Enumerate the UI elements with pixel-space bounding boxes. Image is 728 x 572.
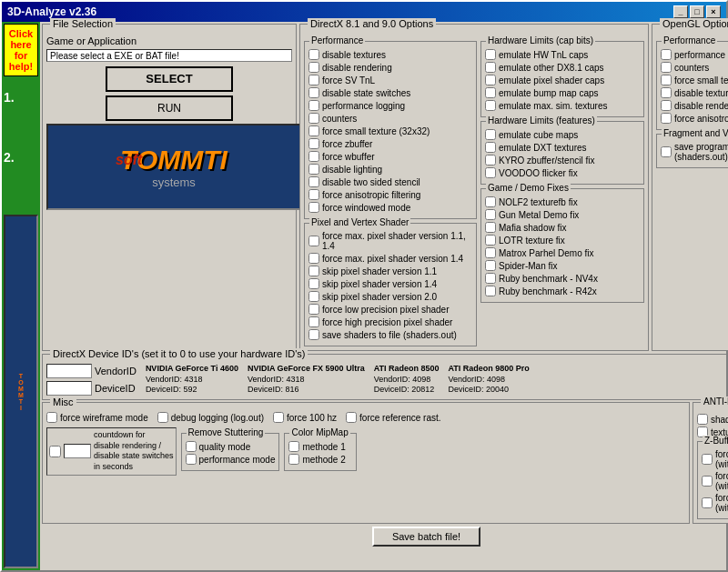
close-button[interactable]: × — [706, 5, 721, 18]
chk-ogl-counters-input[interactable] — [661, 62, 672, 73]
chk-aniso-input[interactable] — [308, 189, 319, 200]
vendor-id-input[interactable] — [46, 364, 92, 378]
chk-wireframe-input[interactable] — [46, 412, 57, 423]
chk-ogl-aniso-input[interactable] — [661, 113, 672, 124]
chk-disable-textures-input[interactable] — [308, 49, 319, 60]
chk-windowed-input[interactable] — [308, 202, 319, 213]
device-0-name: NVIDIA GeForce Ti 4600 — [146, 364, 238, 375]
chk-performance-input[interactable] — [186, 454, 197, 465]
run-button[interactable]: RUN — [106, 95, 233, 121]
zbuffer-options: force 24 bit zbuffer (without stencil) f… — [702, 446, 728, 513]
misc-bottom-row: countdown fordisable rendering /disable … — [46, 427, 685, 476]
chk-max-ps11-input[interactable] — [308, 236, 319, 246]
chk-voodoo-input[interactable] — [485, 167, 496, 178]
chk-methode1-input[interactable] — [288, 441, 299, 452]
chk-bump-caps-input[interactable] — [485, 87, 496, 98]
chk-ogl-dis-tex: disable textures — [661, 87, 728, 98]
countdown-checkbox[interactable] — [49, 446, 61, 457]
chk-lotr-input[interactable] — [485, 235, 496, 246]
file-selection-content: Game or Application Please select a EXE … — [46, 28, 292, 121]
chk-spiderman-input[interactable] — [485, 260, 496, 271]
directx-device-row: DirectX Device ID's (set it to 0 to use … — [42, 354, 728, 400]
countdown-input[interactable] — [64, 444, 91, 458]
chk-force-ref-input[interactable] — [346, 412, 357, 423]
chk-z24-no-stencil-input[interactable] — [702, 454, 713, 465]
directx-left-col: Performance disable textures disable ren… — [304, 35, 477, 346]
directx-title: DirectX 8.1 and 9.0 Options — [308, 18, 436, 29]
chk-counters: counters — [308, 113, 472, 124]
chk-disable-state-input[interactable] — [308, 87, 319, 98]
chk-skip-ps14-input[interactable] — [308, 278, 319, 289]
chk-sim-tex-input[interactable] — [485, 100, 496, 111]
chk-ruby-nv4x: Ruby benchmark - NV4x — [485, 273, 640, 284]
chk-wireframe: force wireframe mode — [46, 412, 148, 423]
chk-low-ps-input[interactable] — [308, 304, 319, 315]
chk-nolf2-input[interactable] — [485, 196, 496, 207]
title-bar-buttons: _ □ × — [673, 5, 721, 18]
chk-skip-ps14: skip pixel shader version 1.4 — [308, 278, 472, 289]
chk-dxt-tex-input[interactable] — [485, 142, 496, 153]
chk-high-ps-input[interactable] — [308, 316, 319, 327]
chk-force-sv-tnl-input[interactable] — [308, 75, 319, 85]
chk-cube-maps-input[interactable] — [485, 129, 496, 140]
chk-quality-input[interactable] — [186, 441, 197, 452]
device-id-input[interactable] — [46, 381, 92, 396]
chk-ogl-dis-tex-input[interactable] — [661, 87, 672, 98]
chk-disable-light: disable lighting — [308, 164, 472, 175]
chk-matrox-input[interactable] — [485, 247, 496, 258]
remove-stuttering-options: quality mode performance mode — [186, 437, 276, 465]
chk-z24-stencil: force 24 bit zbuffer (with stencil) — [702, 493, 728, 513]
help-button[interactable]: Clickhereforhelp! — [4, 24, 38, 76]
opengl-performance-panel: Performance performance logging counters… — [656, 41, 728, 130]
device-3-vendor: VendorID: 4098 — [449, 375, 530, 386]
chk-dx81-caps-input[interactable] — [485, 62, 496, 73]
chk-quality: quality mode — [186, 441, 276, 452]
chk-two-sided: disable two sided stencil — [308, 176, 472, 187]
chk-debug-log-input[interactable] — [157, 412, 168, 423]
chk-perf-log-input[interactable] — [308, 100, 319, 111]
chk-shaders-input[interactable] — [697, 414, 708, 425]
chk-force-ref: force reference rast. — [346, 412, 440, 423]
chk-disable-rendering-input[interactable] — [308, 62, 319, 73]
chk-disable-textures: disable textures — [308, 49, 472, 60]
chk-ogl-small-tex-input[interactable] — [661, 75, 672, 85]
minimize-button[interactable]: _ — [673, 5, 688, 18]
chk-force-zbuf-input[interactable] — [308, 138, 319, 149]
chk-force-100hz-input[interactable] — [273, 412, 284, 423]
device-card-3: ATI Radeon 9800 Pro VendorID: 4098 Devic… — [449, 364, 530, 396]
chk-gun-metal-input[interactable] — [485, 209, 496, 220]
chk-hw-tnl-input[interactable] — [485, 49, 496, 60]
chk-max-ps14-input[interactable] — [308, 253, 319, 264]
chk-counters-input[interactable] — [308, 113, 319, 124]
chk-kyro-input[interactable] — [485, 155, 496, 166]
device-card-0: NVIDIA GeForce Ti 4600 VendorID: 4318 De… — [146, 364, 238, 396]
chk-small-tex-input[interactable] — [308, 125, 319, 136]
device-input-row: DeviceID — [46, 381, 136, 396]
chk-ruby-r42x-input[interactable] — [485, 286, 496, 296]
chk-ps-caps-input[interactable] — [485, 75, 496, 85]
vendor-input-row: VendorID — [46, 364, 136, 378]
chk-z24-no-stencil: force 24 bit zbuffer (without stencil) — [702, 449, 728, 469]
chk-ogl-perf-log: performance logging — [661, 49, 728, 60]
chk-ruby-nv4x-input[interactable] — [485, 273, 496, 284]
select-button[interactable]: SELECT — [106, 66, 233, 92]
chk-methode2-input[interactable] — [288, 454, 299, 465]
chk-mafia-input[interactable] — [485, 222, 496, 233]
chk-ogl-dis-render-input[interactable] — [661, 100, 672, 111]
chk-disable-light-input[interactable] — [308, 164, 319, 175]
chk-two-sided-input[interactable] — [308, 176, 319, 187]
chk-ogl-perf-log-input[interactable] — [661, 49, 672, 60]
logo-soft: soft — [116, 152, 142, 168]
maximize-button[interactable]: □ — [690, 5, 704, 18]
chk-force-wbuf-input[interactable] — [308, 151, 319, 162]
hw-caps-options: emulate HW TnL caps emulate other DX8.1 … — [485, 45, 640, 111]
chk-methode2: methode 2 — [288, 454, 352, 465]
save-batch-button[interactable]: Save batch file! — [372, 527, 480, 547]
chk-skip-ps11-input[interactable] — [308, 266, 319, 276]
chk-save-shaders-input[interactable] — [308, 329, 319, 340]
chk-low-ps: force low precision pixel shader — [308, 304, 472, 315]
chk-z15-stencil-input[interactable] — [702, 476, 713, 487]
chk-save-programs-input[interactable] — [661, 146, 672, 157]
chk-skip-ps20-input[interactable] — [308, 291, 319, 302]
chk-z24-stencil-input[interactable] — [702, 497, 713, 508]
